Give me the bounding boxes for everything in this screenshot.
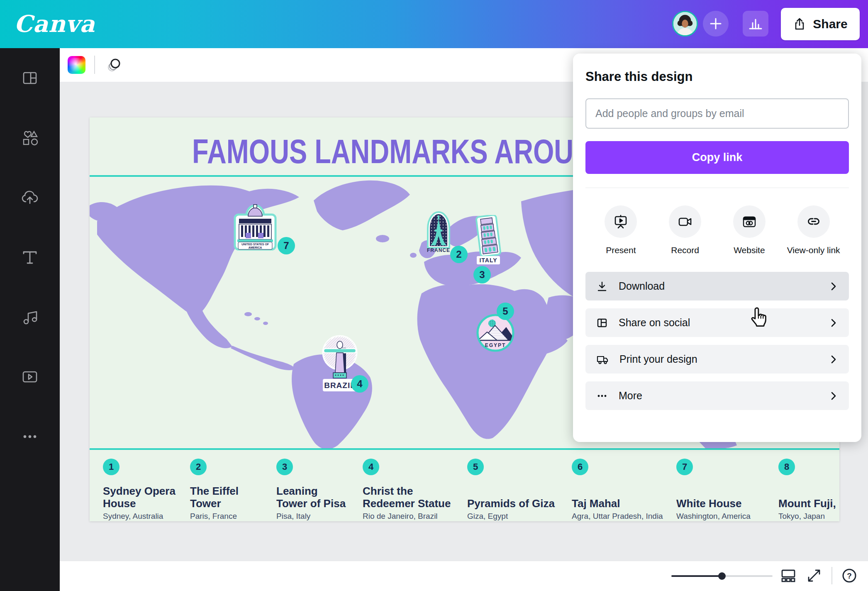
- quick-action-label: Record: [671, 245, 699, 255]
- landmark-title: Leaning Tower of Pisa: [276, 485, 346, 510]
- record-button[interactable]: Record: [653, 205, 717, 255]
- uploads-cloud-icon: [21, 188, 39, 207]
- zoom-slider[interactable]: [671, 572, 773, 580]
- landmark-item-7[interactable]: 7 White House Washington, America: [676, 459, 776, 521]
- design-title-text[interactable]: FAMOUS LANDMARKS AROUND: [192, 132, 612, 172]
- download-row[interactable]: Download: [585, 272, 849, 300]
- france-label: FRANCE: [427, 247, 450, 253]
- divider-line-bottom[interactable]: [90, 448, 839, 450]
- website-button[interactable]: Website: [717, 205, 782, 255]
- bar-chart-icon: [748, 16, 763, 31]
- chevron-right-icon: [828, 391, 838, 401]
- toolbar-divider: [94, 56, 95, 74]
- row-label: Share on social: [619, 317, 690, 329]
- sidebar-item-elements[interactable]: [0, 108, 60, 168]
- share-button[interactable]: Share: [781, 8, 860, 40]
- delivery-truck-icon: [596, 353, 609, 366]
- share-options-list: Download Share on social Print your desi…: [585, 272, 849, 410]
- chain-link-icon: [797, 205, 830, 238]
- pages-view-icon: [780, 567, 797, 584]
- present-button[interactable]: Present: [589, 205, 653, 255]
- share-on-social-row[interactable]: Share on social: [585, 308, 849, 337]
- svg-text:?: ?: [847, 571, 852, 580]
- sidebar-item-videos[interactable]: [0, 347, 60, 407]
- video-camera-icon: [669, 205, 701, 238]
- landmark-title: Christ the Redeemer Statue: [363, 485, 451, 510]
- print-your-design-row[interactable]: Print your design: [585, 345, 849, 374]
- landmark-number-badge: 2: [190, 459, 207, 475]
- leaning-tower-italy-sticker[interactable]: ITALY: [473, 215, 503, 266]
- landmark-location: Sydney, Australia: [103, 512, 163, 521]
- canva-logo[interactable]: Canva: [14, 10, 95, 37]
- chevron-right-icon: [828, 354, 838, 364]
- help-button[interactable]: ?: [840, 566, 859, 585]
- audio-note-icon: [21, 308, 39, 326]
- fullscreen-button[interactable]: [805, 566, 824, 585]
- landmark-item-3[interactable]: 3 Leaning Tower of Pisa Pisa, Italy: [276, 459, 357, 521]
- white-house-sticker[interactable]: UNITED STATES OF AMERICA: [232, 198, 279, 251]
- avatar[interactable]: [672, 11, 698, 37]
- map-badge-7[interactable]: 7: [278, 237, 295, 254]
- quick-actions-row: Present Record Website: [585, 205, 849, 255]
- videos-play-icon: [21, 368, 39, 386]
- help-icon: ?: [840, 567, 858, 585]
- design-grid-icon: [22, 70, 38, 86]
- row-label: More: [619, 390, 642, 402]
- landmark-number-badge: 5: [467, 459, 484, 475]
- landmark-number-badge: 3: [276, 459, 293, 475]
- landmark-location: Agra, Uttar Pradesh, India: [572, 512, 663, 521]
- landmark-location: Pisa, Italy: [276, 512, 310, 521]
- map-badge-2[interactable]: 2: [450, 246, 468, 263]
- landmark-item-5[interactable]: 5 Pyramids of Giza Giza, Egypt: [467, 459, 567, 521]
- quick-action-label: View-only link: [787, 245, 840, 255]
- landmark-item-4[interactable]: 4 Christ the Redeemer Statue Rio de Jane…: [363, 459, 452, 521]
- export-share-icon: [793, 17, 806, 31]
- pages-view-button[interactable]: [779, 566, 798, 585]
- row-label: Download: [619, 280, 665, 292]
- sidebar-item-more[interactable]: [0, 407, 60, 466]
- usa-label-line1: UNITED STATES OF: [241, 243, 269, 246]
- sidebar-item-text[interactable]: [0, 227, 60, 287]
- sidebar-item-audio[interactable]: [0, 287, 60, 347]
- zoom-slider-thumb[interactable]: [718, 572, 726, 580]
- overlapping-circles-icon: [105, 55, 124, 74]
- zoom-slider-track-filled: [671, 575, 722, 577]
- plus-icon: [709, 17, 723, 31]
- sidebar-item-uploads[interactable]: [0, 168, 60, 227]
- transparency-icon[interactable]: [105, 55, 124, 75]
- quick-action-label: Website: [734, 245, 765, 255]
- color-swatch-icon[interactable]: [68, 56, 85, 74]
- share-panel: Share this design Copy link Present Reco…: [573, 54, 861, 442]
- sidebar-item-design[interactable]: [0, 48, 60, 108]
- landmark-title: The Eiffel Tower: [190, 485, 239, 510]
- email-input[interactable]: [585, 98, 849, 129]
- map-badge-4[interactable]: 4: [351, 375, 368, 393]
- landmark-location: Rio de Janeiro, Brazil: [363, 512, 438, 521]
- eiffel-tower-france-sticker[interactable]: FRANCE: [425, 210, 452, 254]
- text-icon: [21, 249, 39, 266]
- landmark-number-badge: 7: [676, 459, 693, 475]
- chevron-right-icon: [828, 318, 838, 328]
- map-badge-5[interactable]: 5: [497, 303, 514, 320]
- landmark-item-1[interactable]: 1 Sydney Opera House Sydney, Australia: [103, 459, 184, 521]
- create-new-button[interactable]: [703, 11, 729, 37]
- landmark-title: Pyramids of Giza: [467, 497, 555, 510]
- top-bar: Canva Share: [0, 0, 868, 48]
- insights-button[interactable]: [743, 11, 768, 37]
- landmark-item-8[interactable]: 8 Mount Fuji, Tokyo, Japan: [778, 459, 839, 521]
- map-badge-3[interactable]: 3: [473, 266, 491, 283]
- more-row[interactable]: More: [585, 381, 849, 410]
- landmark-item-2[interactable]: 2 The Eiffel Tower Paris, France: [190, 459, 271, 521]
- landmark-location: Washington, America: [676, 512, 751, 521]
- layout-grid-icon: [596, 317, 608, 329]
- landmark-number-badge: 6: [572, 459, 588, 475]
- view-only-link-button[interactable]: View-only link: [781, 205, 846, 255]
- landmark-title: Sydney Opera House: [103, 485, 176, 510]
- avatar-image: [673, 12, 697, 36]
- fullscreen-icon: [806, 567, 822, 584]
- copy-link-button[interactable]: Copy link: [585, 141, 849, 174]
- landmark-title: Taj Mahal: [572, 497, 620, 510]
- landmark-item-6[interactable]: 6 Taj Mahal Agra, Uttar Pradesh, India: [572, 459, 675, 521]
- object-panel-sidebar: [0, 48, 60, 591]
- browser-link-icon: [733, 205, 766, 238]
